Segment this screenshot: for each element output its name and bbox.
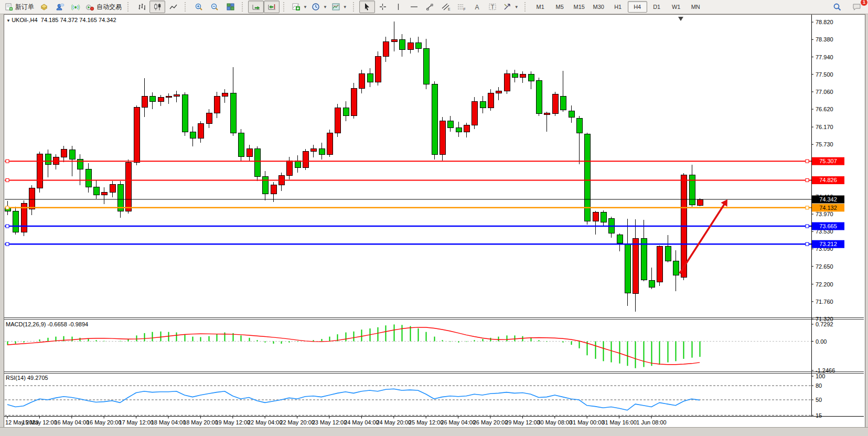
channel-button[interactable]: E	[438, 1, 454, 13]
price-tick-label: 72.200	[816, 281, 833, 288]
toolbar-group-chart-type	[132, 1, 183, 13]
line-anchor-handle[interactable]	[806, 225, 809, 228]
line-anchor-handle[interactable]	[806, 178, 809, 182]
chevron-down-icon: ▼	[515, 5, 519, 9]
candle	[110, 184, 115, 192]
candle	[673, 261, 679, 275]
cursor-button[interactable]	[359, 1, 375, 13]
template-button[interactable]: ▼	[329, 1, 349, 13]
candle	[625, 244, 630, 293]
time-tick-label: 16 May 20:00	[87, 419, 122, 426]
community-icon	[56, 3, 65, 11]
svg-text:F: F	[463, 7, 465, 11]
candle	[319, 149, 325, 155]
line-anchor-handle[interactable]	[806, 159, 809, 163]
tile-windows-button[interactable]	[222, 1, 238, 13]
vertical-line-button[interactable]	[391, 1, 406, 13]
community-button[interactable]	[52, 1, 68, 13]
timeframe-button-m15[interactable]: M15	[570, 1, 589, 13]
price-line-badge-text: 73.212	[819, 241, 837, 247]
chart-shift-marker[interactable]	[678, 17, 683, 21]
line-anchor-handle[interactable]	[6, 206, 9, 209]
candle	[560, 96, 566, 110]
candle	[45, 154, 51, 164]
bar-chart-icon	[137, 3, 146, 11]
chart-plot[interactable]: 78.82078.38077.94077.50077.06076.62076.1…	[4, 15, 864, 427]
price-tick-label: 78.380	[816, 36, 833, 42]
zoom-out-button[interactable]	[207, 1, 222, 13]
search-button[interactable]	[829, 1, 845, 13]
price-tick-label: 77.940	[816, 54, 833, 60]
toolbar-grip	[127, 2, 130, 12]
auto-trading-button[interactable]: 自动交易	[83, 1, 124, 13]
timeframe-button-w1[interactable]: W1	[667, 1, 686, 13]
candle	[182, 95, 188, 132]
fibonacci-button[interactable]: F	[454, 1, 469, 13]
timeframe-toolbar: M1M5M15M30H1H4D1W1MN	[529, 1, 707, 13]
chart-windows-icon	[40, 3, 49, 11]
text-label-button[interactable]: T	[485, 1, 501, 13]
chart-shift-button[interactable]	[264, 1, 280, 13]
toolbar-grip	[185, 2, 187, 12]
time-tick-label: 24 May 04:00	[344, 419, 379, 426]
candle	[423, 49, 429, 84]
candle	[471, 101, 477, 125]
timeframe-button-m1[interactable]: M1	[531, 1, 550, 13]
candlestick-button[interactable]	[149, 1, 165, 13]
chart-window[interactable]: ▼ UKOil-,H4 74.185 74.372 74.165 74.342 …	[4, 14, 865, 429]
zoom-in-button[interactable]	[191, 1, 207, 13]
tile-windows-icon	[226, 3, 235, 11]
auto-scroll-button[interactable]	[248, 1, 264, 13]
line-anchor-handle[interactable]	[6, 242, 9, 246]
horizontal-line-button[interactable]	[406, 1, 422, 13]
candle	[496, 91, 501, 93]
time-tick-label: 26 May 20:00	[473, 419, 508, 426]
timeframe-button-m30[interactable]: M30	[589, 1, 608, 13]
timeframe-button-mn[interactable]: MN	[686, 1, 705, 13]
candle	[77, 159, 83, 169]
chart-windows-button[interactable]	[36, 1, 52, 13]
line-chart-button[interactable]	[165, 1, 181, 13]
line-anchor-handle[interactable]	[806, 206, 809, 209]
line-anchor-handle[interactable]	[6, 225, 9, 228]
line-anchor-handle[interactable]	[6, 159, 9, 163]
horizontal-line-icon	[410, 3, 419, 11]
candle	[13, 211, 18, 232]
indicators-button[interactable]: ▼	[290, 1, 309, 13]
crosshair-button[interactable]	[375, 1, 391, 13]
arrows-button[interactable]: ▼	[501, 1, 521, 13]
bar-chart-button[interactable]	[134, 1, 149, 13]
time-tick-label: 24 May 20:00	[376, 419, 411, 426]
line-anchor-handle[interactable]	[6, 178, 9, 182]
text-button[interactable]: A	[469, 1, 485, 13]
rsi-level-label: 15	[816, 412, 822, 419]
candle	[432, 84, 437, 155]
candle	[69, 150, 75, 159]
candle	[303, 152, 308, 167]
signal-button[interactable]	[68, 1, 83, 13]
timeframe-button-h1[interactable]: H1	[608, 1, 628, 13]
time-tick-label: 29 May 12:00	[505, 419, 540, 426]
macd-indicator-label: MACD(12,26,9) -0.6658 -0.9894	[6, 321, 88, 327]
arrows-icon	[503, 3, 512, 11]
timeframe-button-m5[interactable]: M5	[550, 1, 570, 13]
new-order-label: 新订单	[15, 3, 34, 12]
trendline-button[interactable]	[422, 1, 438, 13]
symbol-dropdown-icon[interactable]: ▼	[6, 18, 12, 23]
periods-button[interactable]: ▼	[309, 1, 329, 13]
notifications-button[interactable]: 1	[849, 1, 865, 13]
crosshair-icon	[379, 3, 387, 11]
time-tick-label: 23 May 12:00	[312, 419, 347, 426]
candle	[335, 108, 340, 133]
price-tick-label: 76.620	[816, 106, 833, 112]
vertical-line-icon	[395, 3, 402, 11]
timeframe-button-d1[interactable]: D1	[647, 1, 667, 13]
candle	[29, 188, 35, 209]
timeframe-button-h4[interactable]: H4	[628, 1, 647, 13]
toolbar-group-main: 新订单 自动交易	[1, 1, 125, 13]
status-strip	[0, 427, 868, 436]
candle	[149, 96, 155, 101]
line-anchor-handle[interactable]	[806, 242, 809, 246]
new-order-button[interactable]: 新订单	[3, 1, 36, 13]
candle	[649, 280, 655, 288]
